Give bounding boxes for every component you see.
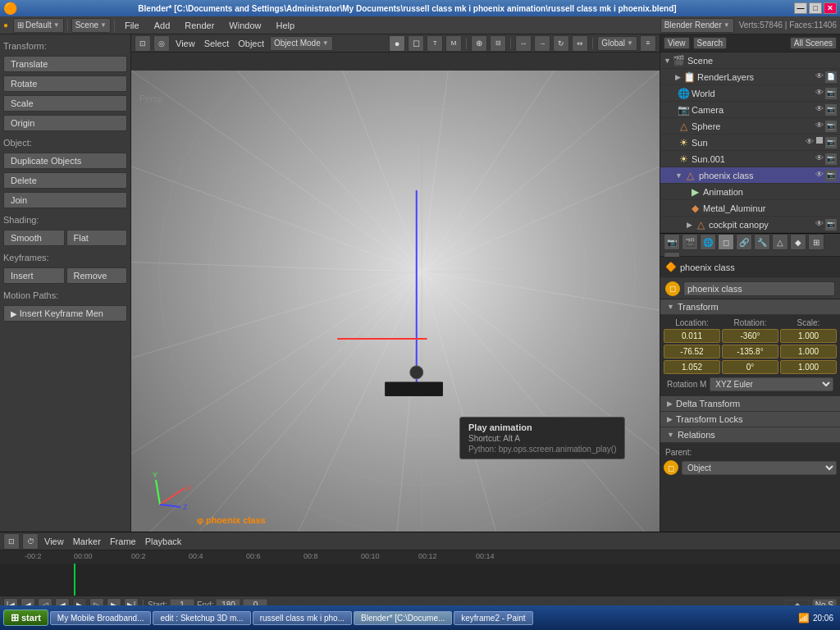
tl-toggle-btn[interactable]: ⊡	[3, 533, 20, 550]
layer-manager[interactable]: ≡	[640, 35, 656, 52]
duplicate-button[interactable]: Duplicate Objects	[3, 153, 127, 169]
sun001-eye[interactable]: 👁	[815, 153, 824, 165]
scale-button[interactable]: Scale	[3, 95, 127, 112]
manipulator-toggle[interactable]: ↔	[515, 35, 532, 52]
loc-y-field[interactable]: -76.52	[664, 345, 720, 358]
manipulator-translate[interactable]: →	[534, 35, 550, 52]
tree-item-renderlayers[interactable]: ▶ 📋 RenderLayers 👁 📄	[660, 69, 840, 85]
insert-keyframe-button[interactable]: Insert	[3, 267, 65, 284]
tl-marker-menu[interactable]: Marker	[70, 536, 104, 546]
toggle-view-btn[interactable]: ◎	[153, 35, 170, 52]
props-tab-world[interactable]: 🌐	[700, 234, 716, 250]
loc-z-field[interactable]: 1.052	[664, 360, 720, 374]
transform-locks-header[interactable]: ▶ Transform Locks	[660, 412, 840, 427]
transform-section-header[interactable]: ▼ Transform	[660, 299, 840, 315]
translate-button[interactable]: Translate	[3, 56, 127, 72]
props-tab-material[interactable]: ◆	[790, 234, 806, 250]
viewport-shading-tex[interactable]: T	[427, 35, 443, 52]
origin-button[interactable]: Origin	[3, 115, 127, 131]
tree-item-camera[interactable]: 📷 Camera 👁 📷	[660, 102, 840, 118]
tl-frame-menu[interactable]: Frame	[107, 536, 139, 546]
timeline-track[interactable]	[0, 564, 840, 596]
phoenix-eye[interactable]: 👁	[815, 170, 824, 181]
tl-clock-btn[interactable]: ⏱	[22, 533, 39, 550]
rot-y-field[interactable]: -135.8°	[722, 345, 778, 358]
playhead[interactable]	[74, 564, 75, 596]
taskbar-item-4[interactable]: keyframe2 - Paint	[454, 611, 532, 625]
tree-item-cockpit[interactable]: ▶ △ cockpit canopy 👁 📷	[660, 217, 840, 233]
manipulator-scale[interactable]: ⇔	[572, 35, 588, 52]
rotate-button[interactable]: Rotate	[3, 75, 127, 92]
manipulator-rotate[interactable]: ↻	[553, 35, 569, 52]
scl-x-field[interactable]: 1.000	[780, 329, 837, 343]
view-icon-btn[interactable]: ⊡	[135, 35, 151, 52]
tree-item-sphere[interactable]: △ Sphere 👁 📷	[660, 118, 840, 135]
props-tab-modifiers[interactable]: 🔧	[754, 234, 770, 250]
outliner-search-btn[interactable]: Search	[693, 37, 728, 49]
tree-item-scene[interactable]: ▼ 🎬 Scene	[660, 52, 840, 69]
sun-render-btn[interactable]: 📷	[825, 137, 837, 148]
tree-item-sun001[interactable]: ☀ Sun.001 👁 📷	[660, 151, 840, 167]
camera-eye[interactable]: 👁	[815, 104, 824, 116]
relations-header[interactable]: ▼ Relations	[660, 427, 840, 443]
camera-render-btn[interactable]: 📷	[825, 104, 837, 116]
rotation-m-select[interactable]: XYZ Euler	[710, 377, 833, 391]
menu-help[interactable]: Help	[269, 19, 301, 32]
maximize-button[interactable]: □	[809, 2, 822, 14]
scene-dropdown[interactable]: Scene ▼	[71, 18, 111, 33]
render-engine-dropdown[interactable]: Blender Render ▼	[660, 18, 734, 33]
menu-render[interactable]: Render	[178, 19, 221, 32]
viewport-shading-wire[interactable]: ◻	[408, 35, 424, 52]
phoenix-render-btn[interactable]: 📷	[825, 170, 837, 181]
tree-item-material[interactable]: ◆ Metal_Aluminur	[660, 200, 840, 217]
loc-x-field[interactable]: 0.011	[664, 329, 720, 343]
tree-item-world[interactable]: 🌐 World 👁 📷	[660, 85, 840, 102]
viewport-shading-solid[interactable]: ●	[389, 35, 405, 52]
start-button[interactable]: ⊞ start	[3, 609, 48, 626]
renderlayers-eye[interactable]: 👁	[815, 71, 824, 83]
remove-keyframe-button[interactable]: Remove	[66, 267, 128, 284]
rot-z-field[interactable]: 0°	[722, 360, 778, 374]
snap-element[interactable]: ⊟	[490, 35, 506, 52]
scl-y-field[interactable]: 1.000	[780, 345, 837, 358]
vp-object-menu[interactable]: Object	[235, 39, 267, 48]
taskbar-item-0[interactable]: My Mobile Broadband...	[50, 611, 152, 625]
vp-select-menu[interactable]: Select	[201, 39, 233, 48]
outliner-all-scenes-btn[interactable]: All Scenes	[790, 37, 837, 49]
delete-button[interactable]: Delete	[3, 172, 127, 189]
vp-view-menu[interactable]: View	[172, 39, 199, 48]
world-render-btn[interactable]: 📷	[825, 88, 837, 99]
flat-button[interactable]: Flat	[66, 230, 128, 246]
props-tab-data[interactable]: △	[772, 234, 788, 250]
sphere-render-btn[interactable]: 📷	[825, 121, 837, 132]
tree-item-phoenix[interactable]: ▼ △ phoenix class 👁 📷	[660, 167, 840, 184]
tree-item-animation[interactable]: ▶ Animation	[660, 184, 840, 200]
minimize-button[interactable]: —	[794, 2, 807, 14]
tree-item-sun[interactable]: ☀ Sun 👁 📷	[660, 135, 840, 151]
scl-z-field[interactable]: 1.000	[780, 360, 837, 374]
cockpit-render-btn[interactable]: 📷	[825, 219, 837, 231]
menu-file[interactable]: File	[118, 19, 146, 32]
layout-dropdown[interactable]: ⊞ Default ▼	[13, 18, 64, 33]
cockpit-eye[interactable]: 👁	[815, 219, 824, 231]
props-tab-constraints[interactable]: 🔗	[736, 234, 752, 250]
props-tab-texture[interactable]: ⊞	[808, 234, 824, 250]
join-button[interactable]: Join	[3, 192, 127, 208]
taskbar-item-3[interactable]: Blender* [C:\Docume...	[354, 611, 452, 625]
delta-transform-header[interactable]: ▶ Delta Transform	[660, 396, 840, 412]
insert-keyframe-menu-button[interactable]: ▶ Insert Keyframe Men	[3, 305, 127, 322]
props-tab-scene[interactable]: 🎬	[682, 234, 698, 250]
sun001-render-btn[interactable]: 📷	[825, 153, 837, 165]
tl-view-menu[interactable]: View	[41, 536, 67, 546]
props-tab-object[interactable]: ◻	[718, 234, 734, 250]
outliner-view-btn[interactable]: View	[664, 37, 690, 49]
smooth-button[interactable]: Smooth	[3, 230, 65, 246]
sun-eye[interactable]: 👁	[806, 137, 814, 148]
rot-x-field[interactable]: -360°	[722, 329, 778, 343]
close-button[interactable]: ✕	[824, 2, 837, 14]
parent-type-select[interactable]: Object	[682, 461, 837, 475]
timeline-canvas[interactable]: -00:2 00:00 00:2 00:4 00:6 00:8 00:10 00…	[0, 550, 840, 596]
menu-window[interactable]: Window	[222, 19, 267, 32]
menu-add[interactable]: Add	[148, 19, 177, 32]
tl-playback-menu[interactable]: Playback	[142, 536, 185, 546]
